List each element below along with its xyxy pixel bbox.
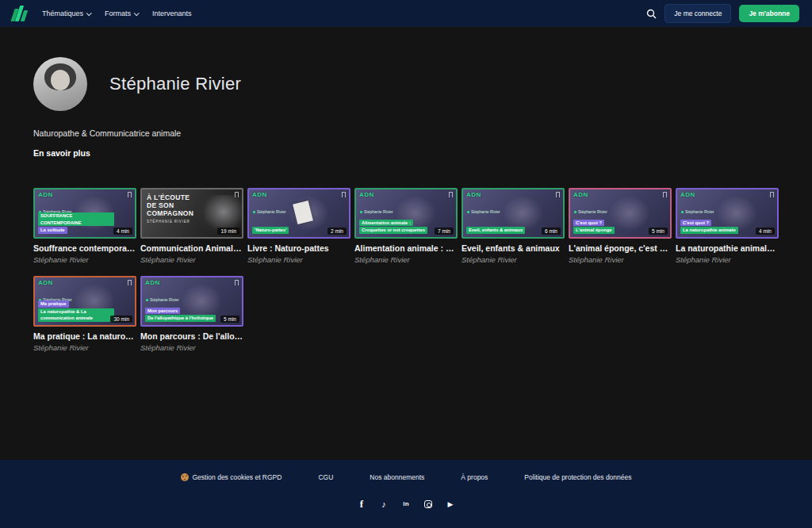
video-title[interactable]: Ma pratique : La naturopathi… [33, 331, 136, 341]
video-card[interactable]: ADN Stéphanie Rivier C'est quoi ? La nat… [676, 188, 779, 264]
thumbnail-name-tag: Stéphanie Rivier [467, 209, 500, 214]
footer-link-apropos[interactable]: À propos [461, 473, 488, 481]
video-title[interactable]: Souffrance contemporaine :… [33, 243, 136, 253]
video-title[interactable]: La naturopathie animale, c'e… [676, 243, 779, 253]
video-thumbnail[interactable]: ADN Stéphanie Rivier C'est quoi ? La nat… [676, 188, 779, 239]
top-navbar: Thématiques Formats Intervenants Je me c… [0, 0, 812, 27]
thumbnail-name-tag: Stéphanie Rivier [253, 209, 286, 214]
thumbnail-captions: Mon parcours De l'allopathique à l'holis… [145, 308, 221, 322]
bookmark-icon[interactable] [770, 192, 774, 197]
bookmark-icon[interactable] [449, 192, 453, 197]
footer-link-cookies[interactable]: Gestion des cookies et RGPD [181, 473, 282, 481]
adn-watermark: ADN [466, 191, 481, 198]
nav-item-intervenants[interactable]: Intervenants [152, 10, 192, 17]
video-thumbnail[interactable]: ADN Stéphanie Rivier C'est quoi ? L'anim… [569, 188, 672, 239]
video-card[interactable]: ADN Stéphanie Rivier 'Naturo-pattes' 2 m… [247, 188, 350, 264]
duration-badge: 4 min [756, 228, 775, 235]
footer-link-label: CGU [318, 473, 333, 481]
video-author: Stéphanie Rivier [33, 255, 136, 264]
instagram-icon[interactable] [423, 499, 434, 509]
profile-header: Stéphanie Rivier [33, 57, 779, 111]
youtube-icon[interactable]: ▶ [446, 499, 456, 509]
bookmark-icon[interactable] [128, 192, 132, 197]
login-button[interactable]: Je me connecte [665, 4, 731, 23]
main-nav: Thématiques Formats Intervenants [42, 10, 192, 17]
thumbnail-name-tag: Stéphanie Rivier [360, 209, 393, 214]
video-card[interactable]: ADN Stéphanie Rivier SOUFFRANCE CONTEMPO… [33, 188, 136, 264]
video-author: Stéphanie Rivier [462, 255, 565, 264]
caption-line: La naturopathie & La communication anima… [38, 308, 114, 322]
footer-link-abonnements[interactable]: Nos abonnements [370, 473, 424, 481]
video-card[interactable]: À L'ÉCOUTE DE SON COMPAGNON STÉPHANIE RI… [140, 188, 243, 264]
video-thumbnail[interactable]: À L'ÉCOUTE DE SON COMPAGNON STÉPHANIE RI… [140, 188, 243, 239]
chevron-down-icon [86, 10, 92, 16]
nav-item-label: Intervenants [152, 10, 192, 17]
video-author: Stéphanie Rivier [247, 255, 350, 264]
duration-badge: 4 min [113, 228, 132, 235]
bookmark-icon[interactable] [128, 280, 132, 285]
video-card[interactable]: ADN Stéphanie Rivier Ma pratique La natu… [33, 276, 136, 352]
bookmark-icon[interactable] [556, 192, 560, 197]
thumbnail-name-tag: Stéphanie Rivier [681, 209, 714, 214]
video-card[interactable]: ADN Stéphanie Rivier C'est quoi ? L'anim… [569, 188, 672, 264]
video-title[interactable]: Eveil, enfants & animaux [462, 243, 565, 253]
video-thumbnail[interactable]: ADN Stéphanie Rivier Eveil, enfants & an… [462, 188, 565, 239]
footer-link-label: À propos [461, 473, 488, 481]
caption-line: Ma pratique [38, 300, 69, 308]
video-author: Stéphanie Rivier [569, 255, 672, 264]
linkedin-icon[interactable]: in [401, 499, 412, 509]
nav-item-thematiques[interactable]: Thématiques [42, 10, 90, 17]
adn-watermark: ADN [38, 191, 53, 198]
footer-link-label: Politique de protection des données [524, 473, 631, 481]
video-card[interactable]: ADN Stéphanie Rivier Alimentation animal… [354, 188, 458, 264]
video-thumbnail[interactable]: ADN Stéphanie Rivier Mon parcours De l'a… [140, 276, 243, 327]
video-card[interactable]: ADN Stéphanie Rivier Eveil, enfants & an… [462, 188, 565, 264]
video-thumbnail[interactable]: ADN Stéphanie Rivier Ma pratique La natu… [33, 276, 136, 327]
adn-watermark: ADN [680, 191, 695, 198]
facebook-icon[interactable]: f [357, 499, 367, 509]
video-card[interactable]: ADN Stéphanie Rivier Mon parcours De l'a… [140, 276, 243, 352]
video-thumbnail[interactable]: ADN Stéphanie Rivier 'Naturo-pattes' 2 m… [247, 188, 350, 239]
duration-badge: 6 min [542, 228, 561, 235]
main-content: Stéphanie Rivier Naturopathe & Communica… [0, 27, 812, 460]
duration-badge: 30 min [110, 316, 132, 323]
nav-item-label: Thématiques [42, 10, 83, 17]
thumbnail-captions: 'Naturo-pattes' [252, 227, 328, 234]
video-title[interactable]: Livre : Naturo-pattes [247, 243, 350, 253]
footer-link-protection-donnees[interactable]: Politique de protection des données [524, 473, 631, 481]
subscribe-button[interactable]: Je m'abonne [739, 5, 799, 22]
caption-line: C'est quoi ? [680, 220, 711, 227]
read-more-link[interactable]: En savoir plus [33, 148, 779, 158]
bookmark-icon[interactable] [235, 280, 239, 285]
thumbnail-captions: C'est quoi ? La naturopathie animale [680, 220, 756, 234]
duration-badge: 7 min [435, 228, 454, 235]
bookmark-icon[interactable] [342, 192, 346, 197]
footer-link-cgu[interactable]: CGU [318, 473, 333, 481]
page-title: Stéphanie Rivier [109, 74, 241, 94]
footer-links: Gestion des cookies et RGPD CGU Nos abon… [181, 473, 632, 481]
search-icon[interactable] [646, 9, 657, 19]
adn-watermark: ADN [145, 279, 160, 286]
chevron-down-icon [134, 10, 140, 16]
bookmark-icon[interactable] [663, 192, 667, 197]
nav-item-formats[interactable]: Formats [105, 10, 138, 17]
bookmark-icon[interactable] [235, 192, 239, 197]
caption-line: Mon parcours [145, 308, 180, 315]
thumbnail-captions: Alimentation animale : Croquettes or not… [359, 220, 435, 234]
caption-line: C'est quoi ? [573, 220, 604, 227]
tiktok-icon[interactable]: ♪ [379, 499, 389, 509]
video-thumbnail[interactable]: ADN Stéphanie Rivier SOUFFRANCE CONTEMPO… [33, 188, 136, 239]
video-title[interactable]: Mon parcours : De l'allopath… [140, 331, 243, 341]
adn-logo[interactable] [13, 6, 26, 21]
video-thumbnail[interactable]: ADN Stéphanie Rivier Alimentation animal… [354, 188, 458, 239]
video-title[interactable]: Alimentation animale : Croq… [354, 243, 458, 253]
caption-line: La naturopathie animale [680, 227, 738, 234]
video-grid: ADN Stéphanie Rivier SOUFFRANCE CONTEMPO… [33, 188, 779, 352]
thumbnail-captions: Ma pratique La naturopathie & La communi… [38, 300, 114, 322]
caption-line: Croquettes or not croquettes [359, 227, 427, 234]
video-author: Stéphanie Rivier [354, 255, 458, 264]
adn-watermark: ADN [573, 191, 588, 198]
thumbnail-captions: À L'ÉCOUTE DE SON COMPAGNON STÉPHANIE RI… [147, 194, 193, 224]
video-title[interactable]: L'animal éponge, c'est quoi ? [569, 243, 672, 253]
video-title[interactable]: Communication Animale : À… [140, 243, 243, 253]
